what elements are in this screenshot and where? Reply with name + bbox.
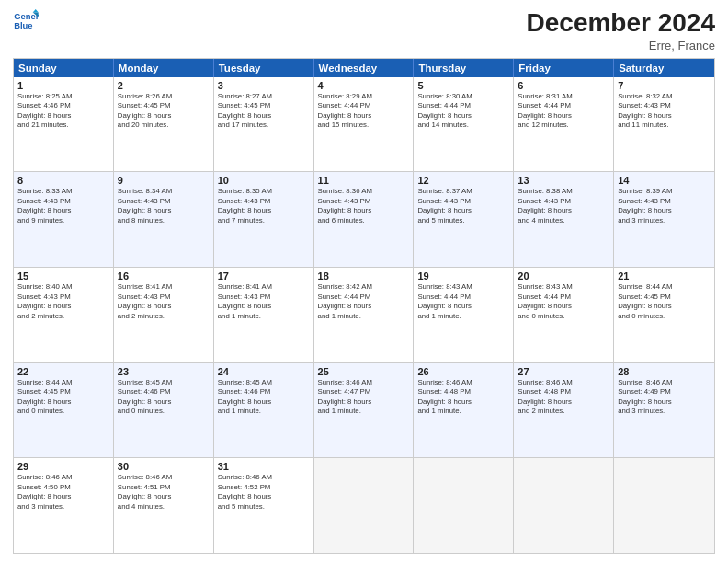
day-number: 5 [417, 80, 509, 91]
day-number: 4 [318, 80, 410, 91]
day-cell-18: 18Sunrise: 8:42 AMSunset: 4:44 PMDayligh… [314, 268, 415, 362]
day-cell-28: 28Sunrise: 8:46 AMSunset: 4:49 PMDayligh… [614, 363, 714, 458]
logo-icon: General Blue [13, 9, 39, 31]
day-number: 23 [118, 366, 210, 377]
day-number: 14 [618, 175, 711, 186]
calendar-row-4: 22Sunrise: 8:44 AMSunset: 4:45 PMDayligh… [14, 362, 714, 458]
day-number: 31 [218, 461, 310, 472]
day-cell-17: 17Sunrise: 8:41 AMSunset: 4:43 PMDayligh… [214, 268, 314, 362]
day-number: 18 [318, 270, 410, 282]
day-number: 13 [518, 175, 609, 186]
day-number: 12 [417, 175, 509, 186]
empty-cell [614, 458, 714, 553]
day-cell-6: 6Sunrise: 8:31 AMSunset: 4:44 PMDaylight… [514, 77, 614, 172]
cell-info: Sunrise: 8:30 AMSunset: 4:44 PMDaylight:… [417, 92, 509, 131]
day-cell-23: 23Sunrise: 8:45 AMSunset: 4:46 PMDayligh… [114, 363, 214, 458]
day-cell-8: 8Sunrise: 8:33 AMSunset: 4:43 PMDaylight… [14, 172, 114, 267]
day-cell-13: 13Sunrise: 8:38 AMSunset: 4:43 PMDayligh… [514, 172, 614, 267]
day-number: 2 [118, 80, 210, 91]
day-number: 29 [17, 461, 109, 472]
cell-info: Sunrise: 8:27 AMSunset: 4:45 PMDaylight:… [218, 92, 310, 131]
day-number: 24 [218, 366, 310, 377]
day-number: 1 [17, 80, 109, 91]
cell-info: Sunrise: 8:46 AMSunset: 4:51 PMDaylight:… [118, 473, 210, 511]
cell-info: Sunrise: 8:29 AMSunset: 4:44 PMDaylight:… [318, 92, 410, 131]
cell-info: Sunrise: 8:46 AMSunset: 4:50 PMDaylight:… [17, 473, 109, 511]
day-number: 9 [118, 175, 210, 186]
calendar-row-2: 8Sunrise: 8:33 AMSunset: 4:43 PMDaylight… [14, 171, 714, 267]
day-cell-1: 1Sunrise: 8:25 AMSunset: 4:46 PMDaylight… [14, 77, 114, 172]
header-day-friday: Friday [514, 59, 614, 77]
cell-info: Sunrise: 8:45 AMSunset: 4:46 PMDaylight:… [218, 378, 310, 417]
subtitle: Erre, France [527, 39, 715, 52]
day-number: 26 [417, 366, 509, 377]
svg-text:Blue: Blue [14, 20, 32, 30]
day-number: 20 [518, 270, 609, 282]
day-number: 3 [218, 80, 310, 91]
cell-info: Sunrise: 8:31 AMSunset: 4:44 PMDaylight:… [518, 92, 609, 131]
day-number: 11 [318, 175, 410, 186]
cell-info: Sunrise: 8:44 AMSunset: 4:45 PMDaylight:… [618, 282, 711, 321]
day-cell-12: 12Sunrise: 8:37 AMSunset: 4:43 PMDayligh… [414, 172, 514, 267]
cell-info: Sunrise: 8:38 AMSunset: 4:43 PMDaylight:… [518, 187, 609, 225]
month-title: December 2024 [527, 9, 715, 38]
day-number: 6 [518, 80, 609, 91]
calendar-row-1: 1Sunrise: 8:25 AMSunset: 4:46 PMDaylight… [14, 77, 714, 172]
day-number: 27 [518, 366, 609, 377]
empty-cell [414, 458, 514, 553]
empty-cell [314, 458, 415, 553]
header-day-sunday: Sunday [14, 59, 114, 77]
day-number: 16 [118, 270, 210, 282]
day-number: 25 [318, 366, 410, 377]
header: General Blue December 2024 Erre, France [13, 9, 715, 52]
cell-info: Sunrise: 8:37 AMSunset: 4:43 PMDaylight:… [417, 187, 509, 225]
day-cell-14: 14Sunrise: 8:39 AMSunset: 4:43 PMDayligh… [614, 172, 714, 267]
day-cell-5: 5Sunrise: 8:30 AMSunset: 4:44 PMDaylight… [414, 77, 514, 172]
day-number: 10 [218, 175, 310, 186]
cell-info: Sunrise: 8:32 AMSunset: 4:43 PMDaylight:… [618, 92, 711, 131]
day-cell-11: 11Sunrise: 8:36 AMSunset: 4:43 PMDayligh… [314, 172, 415, 267]
cell-info: Sunrise: 8:41 AMSunset: 4:43 PMDaylight:… [118, 282, 210, 321]
day-cell-30: 30Sunrise: 8:46 AMSunset: 4:51 PMDayligh… [114, 458, 214, 553]
cell-info: Sunrise: 8:46 AMSunset: 4:48 PMDaylight:… [417, 378, 509, 417]
cell-info: Sunrise: 8:35 AMSunset: 4:43 PMDaylight:… [218, 187, 310, 225]
header-day-thursday: Thursday [414, 59, 514, 77]
day-cell-7: 7Sunrise: 8:32 AMSunset: 4:43 PMDaylight… [614, 77, 714, 172]
day-number: 8 [17, 175, 109, 186]
day-cell-22: 22Sunrise: 8:44 AMSunset: 4:45 PMDayligh… [14, 363, 114, 458]
day-cell-31: 31Sunrise: 8:46 AMSunset: 4:52 PMDayligh… [214, 458, 314, 553]
empty-cell [514, 458, 614, 553]
header-day-wednesday: Wednesday [314, 59, 415, 77]
day-cell-15: 15Sunrise: 8:40 AMSunset: 4:43 PMDayligh… [14, 268, 114, 362]
cell-info: Sunrise: 8:41 AMSunset: 4:43 PMDaylight:… [218, 282, 310, 321]
day-cell-19: 19Sunrise: 8:43 AMSunset: 4:44 PMDayligh… [414, 268, 514, 362]
title-block: December 2024 Erre, France [527, 9, 715, 52]
calendar: SundayMondayTuesdayWednesdayThursdayFrid… [13, 58, 715, 554]
cell-info: Sunrise: 8:26 AMSunset: 4:45 PMDaylight:… [118, 92, 210, 131]
day-cell-27: 27Sunrise: 8:46 AMSunset: 4:48 PMDayligh… [514, 363, 614, 458]
header-day-saturday: Saturday [614, 59, 714, 77]
cell-info: Sunrise: 8:46 AMSunset: 4:47 PMDaylight:… [318, 378, 410, 417]
day-number: 7 [618, 80, 711, 91]
header-day-tuesday: Tuesday [214, 59, 314, 77]
day-cell-9: 9Sunrise: 8:34 AMSunset: 4:43 PMDaylight… [114, 172, 214, 267]
cell-info: Sunrise: 8:40 AMSunset: 4:43 PMDaylight:… [17, 282, 109, 321]
day-cell-10: 10Sunrise: 8:35 AMSunset: 4:43 PMDayligh… [214, 172, 314, 267]
day-cell-21: 21Sunrise: 8:44 AMSunset: 4:45 PMDayligh… [614, 268, 714, 362]
day-cell-2: 2Sunrise: 8:26 AMSunset: 4:45 PMDaylight… [114, 77, 214, 172]
cell-info: Sunrise: 8:34 AMSunset: 4:43 PMDaylight:… [118, 187, 210, 225]
cell-info: Sunrise: 8:43 AMSunset: 4:44 PMDaylight:… [518, 282, 609, 321]
day-number: 15 [17, 270, 109, 282]
day-number: 22 [17, 366, 109, 377]
cell-info: Sunrise: 8:46 AMSunset: 4:48 PMDaylight:… [518, 378, 609, 417]
day-number: 30 [118, 461, 210, 472]
calendar-row-3: 15Sunrise: 8:40 AMSunset: 4:43 PMDayligh… [14, 267, 714, 362]
header-day-monday: Monday [114, 59, 214, 77]
cell-info: Sunrise: 8:44 AMSunset: 4:45 PMDaylight:… [17, 378, 109, 417]
calendar-row-5: 29Sunrise: 8:46 AMSunset: 4:50 PMDayligh… [14, 457, 714, 553]
cell-info: Sunrise: 8:25 AMSunset: 4:46 PMDaylight:… [17, 92, 109, 131]
day-cell-4: 4Sunrise: 8:29 AMSunset: 4:44 PMDaylight… [314, 77, 415, 172]
day-number: 21 [618, 270, 711, 282]
cell-info: Sunrise: 8:39 AMSunset: 4:43 PMDaylight:… [618, 187, 711, 225]
page: General Blue December 2024 Erre, France … [0, 0, 728, 563]
